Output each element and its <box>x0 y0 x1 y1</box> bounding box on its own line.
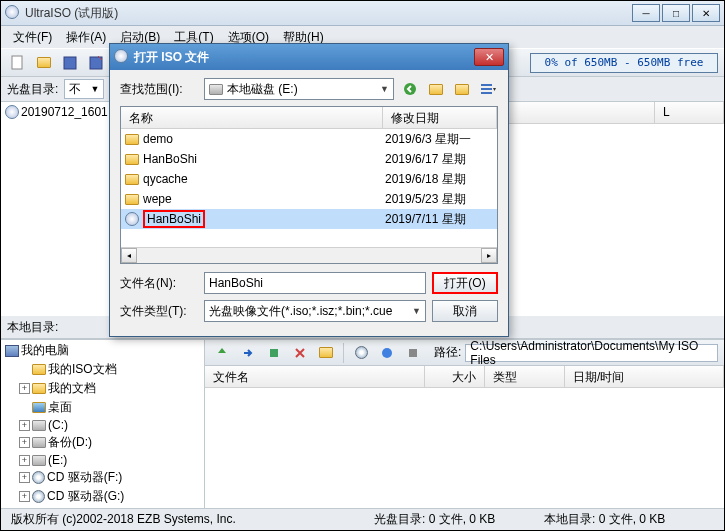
file-row[interactable]: demo2019/6/3 星期一 <box>121 129 497 149</box>
dialog-close-button[interactable]: ✕ <box>474 48 504 66</box>
up-folder-icon[interactable] <box>426 79 446 99</box>
col-date2[interactable]: 日期/时间 <box>565 366 724 387</box>
dialog-icon <box>114 49 130 65</box>
save-icon[interactable] <box>59 52 81 74</box>
file-row[interactable]: HanBoShi2019/6/17 星期 <box>121 149 497 169</box>
filename-label: 文件名(N): <box>120 275 198 292</box>
tree-drive-f[interactable]: +CD 驱动器(F:) <box>3 468 202 487</box>
maximize-button[interactable]: □ <box>662 4 690 22</box>
filename-input[interactable] <box>204 272 426 294</box>
tree-my-docs[interactable]: +我的文档 <box>3 379 202 398</box>
iso-file-icon <box>125 212 139 226</box>
tree-iso-docs[interactable]: 我的ISO文档 <box>3 360 202 379</box>
menu-file[interactable]: 文件(F) <box>7 27 58 48</box>
minimize-button[interactable]: ─ <box>632 4 660 22</box>
file-name-label: HanBoShi <box>143 152 197 166</box>
col-l[interactable]: L <box>655 102 724 123</box>
filetype-label: 文件类型(T): <box>120 303 198 320</box>
iso-dir-label: 光盘目录: <box>7 81 58 98</box>
file-date-label: 2019/6/3 星期一 <box>385 131 497 148</box>
cancel-button[interactable]: 取消 <box>432 300 498 322</box>
new-icon[interactable] <box>7 52 29 74</box>
file-name-label: demo <box>143 132 173 146</box>
tree-desktop[interactable]: 桌面 <box>3 398 202 417</box>
window-title: UltraISO (试用版) <box>25 5 632 22</box>
local-tree-pane: 我的电脑 我的ISO文档 +我的文档 桌面 +(C:) +备份(D:) +(E:… <box>1 340 205 508</box>
file-date-label: 2019/6/17 星期 <box>385 151 497 168</box>
up-icon[interactable] <box>211 342 233 364</box>
col-dlg-name[interactable]: 名称 <box>121 107 383 128</box>
file-date-label: 2019/5/23 星期 <box>385 191 497 208</box>
props-icon[interactable] <box>376 342 398 364</box>
svg-rect-13 <box>481 92 492 94</box>
scroll-left-icon[interactable]: ◂ <box>121 248 137 263</box>
tree-drive-d[interactable]: +备份(D:) <box>3 433 202 452</box>
scroll-right-icon[interactable]: ▸ <box>481 248 497 263</box>
back-icon[interactable] <box>400 79 420 99</box>
tree-drive-g[interactable]: +CD 驱动器(G:) <box>3 487 202 506</box>
svg-rect-11 <box>481 84 492 86</box>
iso-tree-root-label: 20190712_1601 <box>21 105 108 119</box>
tree-computer[interactable]: 我的电脑 <box>3 341 202 360</box>
file-name-label: HanBoShi <box>143 210 205 228</box>
svg-rect-0 <box>12 56 22 69</box>
file-row[interactable]: wepe2019/5/23 星期 <box>121 189 497 209</box>
delete-icon[interactable] <box>289 342 311 364</box>
folder-icon <box>125 174 139 185</box>
svg-rect-12 <box>481 88 492 90</box>
add-icon[interactable] <box>263 342 285 364</box>
svg-rect-7 <box>270 349 278 357</box>
svg-point-8 <box>382 348 392 358</box>
filetype-combo[interactable]: 光盘映像文件(*.iso;*.isz;*.bin;*.cue ▼ <box>204 300 426 322</box>
h-scrollbar[interactable]: ◂ ▸ <box>121 247 497 263</box>
new-folder-icon[interactable] <box>452 79 472 99</box>
file-row[interactable]: qycache2019/6/18 星期 <box>121 169 497 189</box>
open-dialog: 打开 ISO 文件 ✕ 查找范围(I): 本地磁盘 (E:) ▼ 名称 修改日期… <box>109 43 509 337</box>
app-icon <box>5 5 21 21</box>
dialog-titlebar: 打开 ISO 文件 ✕ <box>110 44 508 70</box>
file-name-label: qycache <box>143 172 188 186</box>
col-name2[interactable]: 文件名 <box>205 366 425 387</box>
status-local: 本地目录: 0 文件, 0 KB <box>544 511 714 528</box>
col-size[interactable]: 大小 <box>425 366 485 387</box>
chevron-down-icon: ▼ <box>412 306 421 316</box>
filetype-value: 光盘映像文件(*.iso;*.isz;*.bin;*.cue <box>209 303 392 320</box>
menu-action[interactable]: 操作(A) <box>60 27 112 48</box>
saveas-icon[interactable] <box>85 52 107 74</box>
local-toolbar: 路径: C:\Users\Administrator\Documents\My … <box>205 340 724 366</box>
status-copyright: 版权所有 (c)2002-2018 EZB Systems, Inc. <box>11 511 374 528</box>
settings-icon[interactable] <box>402 342 424 364</box>
lookin-combo[interactable]: 本地磁盘 (E:) ▼ <box>204 78 394 100</box>
capacity-meter: 0% of 650MB - 650MB free <box>530 53 718 73</box>
mount2-icon[interactable] <box>350 342 372 364</box>
folder-icon <box>125 154 139 165</box>
col-dlg-date[interactable]: 修改日期 <box>383 107 497 128</box>
tree-drive-e[interactable]: +(E:) <box>3 452 202 468</box>
statusbar: 版权所有 (c)2002-2018 EZB Systems, Inc. 光盘目录… <box>1 508 724 530</box>
svg-rect-1 <box>64 57 76 69</box>
tree-drive-c[interactable]: +(C:) <box>3 417 202 433</box>
close-button[interactable]: ✕ <box>692 4 720 22</box>
local-list-pane: 路径: C:\Users\Administrator\Documents\My … <box>205 340 724 508</box>
newfolder-icon[interactable] <box>315 342 337 364</box>
forward-icon[interactable] <box>237 342 259 364</box>
main-titlebar: UltraISO (试用版) ─ □ ✕ <box>1 1 724 26</box>
chevron-down-icon: ▼ <box>380 84 389 94</box>
open-button[interactable]: 打开(O) <box>432 272 498 294</box>
file-name-label: wepe <box>143 192 172 206</box>
svg-point-10 <box>404 83 416 95</box>
file-list: 名称 修改日期 demo2019/6/3 星期一HanBoShi2019/6/1… <box>120 106 498 264</box>
folder-icon <box>125 134 139 145</box>
folder-icon <box>125 194 139 205</box>
iso-combo[interactable]: 不▼ <box>64 79 104 99</box>
col-type[interactable]: 类型 <box>485 366 565 387</box>
dialog-title-text: 打开 ISO 文件 <box>134 49 474 66</box>
open-icon[interactable] <box>33 52 55 74</box>
path-label: 路径: <box>434 344 461 361</box>
file-date-label: 2019/6/18 星期 <box>385 171 497 188</box>
svg-rect-9 <box>409 349 417 357</box>
path-input[interactable]: C:\Users\Administrator\Documents\My ISO … <box>465 344 718 362</box>
lookin-label: 查找范围(I): <box>120 81 198 98</box>
view-menu-icon[interactable] <box>478 79 498 99</box>
file-row[interactable]: HanBoShi2019/7/11 星期 <box>121 209 497 229</box>
